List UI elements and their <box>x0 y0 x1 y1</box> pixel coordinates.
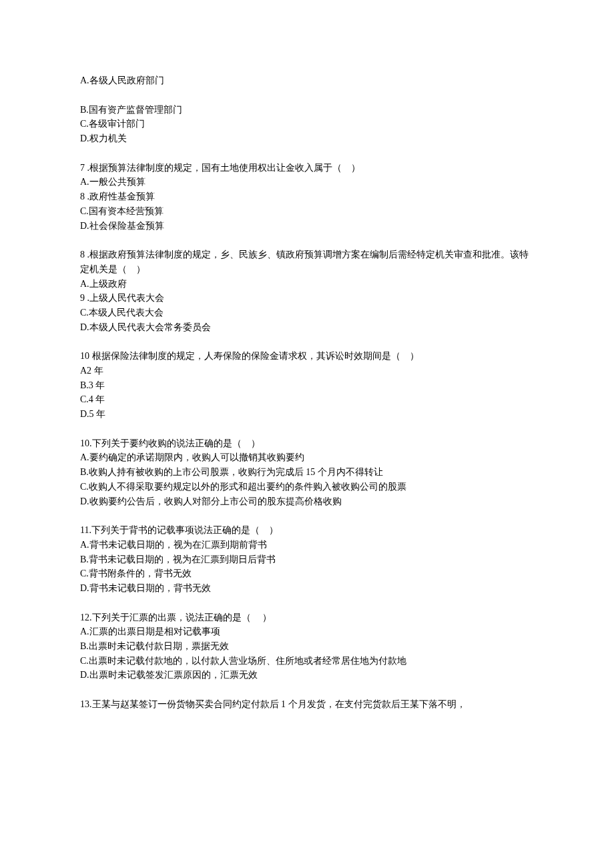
option-d: D.5 年 <box>80 407 534 422</box>
question-stem: 10 根据保险法律制度的规定，人寿保险的保险金请求权，其诉讼时效期间是（ ） <box>80 349 534 364</box>
option-b: B.国有资产监督管理部门 <box>80 103 534 117</box>
option-b: 9 .上级人民代表大会 <box>80 291 534 306</box>
option-a: A.要约确定的承诺期限内，收购人可以撤销其收购要约 <box>80 450 534 465</box>
option-d: D.背书未记载日期的，背书无效 <box>80 581 534 596</box>
question-stem: 10.下列关于要约收购的说法正确的是（ ） <box>80 436 534 451</box>
question-stem: 11.下列关于背书的记载事项说法正确的是（ ） <box>80 523 534 538</box>
option-b: B.出票时未记载付款日期，票据无效 <box>80 639 534 654</box>
option-a: A.各级人民政府部门 <box>80 73 534 88</box>
option-d: D.收购要约公告后，收购人对部分上市公司的股东提高价格收购 <box>80 494 534 509</box>
options-block-a: A.各级人民政府部门 <box>80 73 534 88</box>
option-b: 8 .政府性基金预算 <box>80 189 534 204</box>
option-a: A.背书未记载日期的，视为在汇票到期前背书 <box>80 538 534 552</box>
option-d: D.本级人民代表大会常务委员会 <box>80 320 534 335</box>
question-7: 7 .根据预算法律制度的规定，国有土地使用权出让金收入属于（ ） A.一般公共预… <box>80 161 534 233</box>
option-c: C.出票时未记载付款地的，以付款人营业场所、住所地或者经常居住地为付款地 <box>80 654 534 669</box>
question-9b: 10 根据保险法律制度的规定，人寿保险的保险金请求权，其诉讼时效期间是（ ） A… <box>80 349 534 421</box>
document-page: A.各级人民政府部门 B.国有资产监督管理部门 C.各级审计部门 D.权力机关 … <box>0 0 614 767</box>
option-c: C.背书附条件的，背书无效 <box>80 566 534 581</box>
option-a: A.一般公共预算 <box>80 175 534 189</box>
option-b: B.背书未记载日期的，视为在汇票到期日后背书 <box>80 552 534 567</box>
options-block-b: B.国有资产监督管理部门 C.各级审计部门 D.权力机关 <box>80 103 534 146</box>
question-8: 8 .根据政府预算法律制度的规定，乡、民族乡、镇政府预算调增方案在编制后需经特定… <box>80 248 534 334</box>
option-c: C.国有资本经营预算 <box>80 204 534 219</box>
option-c: C.收购人不得采取要约规定以外的形式和超出要约的条件购入被收购公司的股票 <box>80 480 534 494</box>
option-d: D.权力机关 <box>80 131 534 146</box>
question-stem: 7 .根据预算法律制度的规定，国有土地使用权出让金收入属于（ ） <box>80 161 534 175</box>
question-stem: 12.下列关于汇票的出票，说法正确的是（ ） <box>80 610 534 625</box>
option-c: C.4 年 <box>80 392 534 407</box>
question-12: 12.下列关于汇票的出票，说法正确的是（ ） A.汇票的出票日期是相对记载事项 … <box>80 610 534 683</box>
option-a: A2 年 <box>80 364 534 378</box>
question-stem: 13.王某与赵某签订一份货物买卖合同约定付款后 1 个月发货，在支付完货款后王某… <box>80 697 534 712</box>
option-d: D.出票时未记载签发汇票原因的，汇票无效 <box>80 668 534 683</box>
option-c: C.各级审计部门 <box>80 117 534 131</box>
option-b: B.收购人持有被收购的上市公司股票，收购行为完成后 15 个月内不得转让 <box>80 465 534 480</box>
option-d: D.社会保险基金预算 <box>80 219 534 234</box>
question-11: 11.下列关于背书的记载事项说法正确的是（ ） A.背书未记载日期的，视为在汇票… <box>80 523 534 595</box>
question-10: 10.下列关于要约收购的说法正确的是（ ） A.要约确定的承诺期限内，收购人可以… <box>80 436 534 508</box>
question-13: 13.王某与赵某签订一份货物买卖合同约定付款后 1 个月发货，在支付完货款后王某… <box>80 697 534 712</box>
option-a: A.汇票的出票日期是相对记载事项 <box>80 624 534 639</box>
question-stem: 8 .根据政府预算法律制度的规定，乡、民族乡、镇政府预算调增方案在编制后需经特定… <box>80 248 534 276</box>
option-a: A.上级政府 <box>80 277 534 292</box>
option-c: C.本级人民代表大会 <box>80 306 534 320</box>
option-b: B.3 年 <box>80 378 534 393</box>
